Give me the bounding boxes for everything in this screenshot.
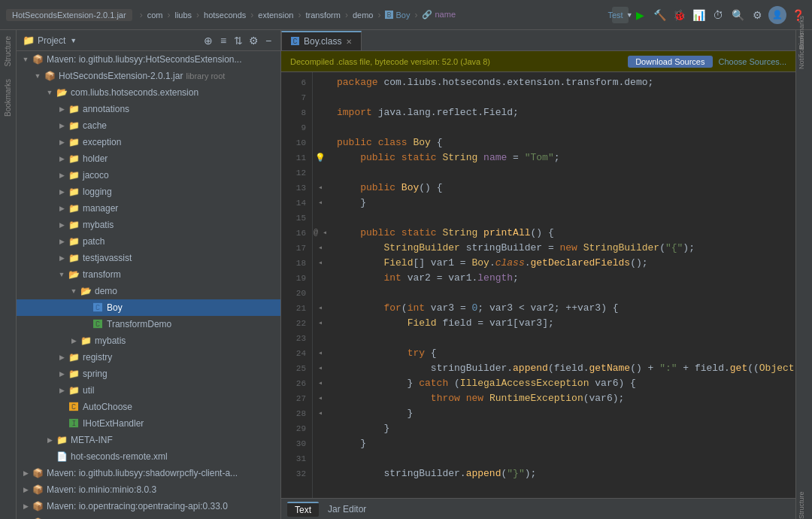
lightbulb-icon[interactable]: 💡 <box>313 150 328 165</box>
tree-item-cache[interactable]: ▶ 📁 cache <box>17 117 280 134</box>
gutter-fold-26[interactable]: ◂ <box>313 376 328 391</box>
tree-item-spring[interactable]: ▶ 📁 spring <box>17 366 280 382</box>
build-icon[interactable]: 🔨 <box>651 7 668 23</box>
tree-item-annotations[interactable]: ▶ 📁 annotations <box>17 101 280 117</box>
structure-panel-icon[interactable]: Structure <box>798 505 811 519</box>
tree-item-demo[interactable]: ▼ 📂 demo <box>17 283 280 299</box>
tree-item-metainf[interactable]: ▶ 📁 META-INF <box>17 432 280 448</box>
tree-item-jar[interactable]: ▼ 📦 HotSecondsExtension-2.0.1.jar librar… <box>17 68 280 84</box>
run-config-selector[interactable]: Test ▼ <box>612 7 629 23</box>
tree-item-opentracing-api[interactable]: ▶ 📦 Maven: io.opentracing:opentracing-ap… <box>17 498 280 514</box>
structure-panel-label[interactable]: Structure <box>4 36 12 67</box>
arrow-xml <box>44 451 56 463</box>
label-demo: demo <box>95 286 117 296</box>
search-icon[interactable]: 🔍 <box>729 7 746 23</box>
breadcrumb-hotseconds[interactable]: hotseconds <box>204 11 246 20</box>
tree-item-mybatis[interactable]: ▶ 📁 mybatis <box>17 217 280 233</box>
arrow-exception: ▶ <box>56 136 68 148</box>
gutter-fold-18[interactable]: ◂ <box>313 256 328 271</box>
download-sources-button[interactable]: Download Sources <box>628 56 712 68</box>
arrow-spring: ▶ <box>56 368 68 380</box>
choose-sources-button[interactable]: Choose Sources... <box>719 57 787 66</box>
tree-item-exception[interactable]: ▶ 📁 exception <box>17 134 280 150</box>
tree-item-opentracing-noop[interactable]: ▶ 📦 Maven: io.opentracing:opentracing-no… <box>17 514 280 519</box>
tree-item-registry[interactable]: ▶ 📁 registry <box>17 349 280 366</box>
breadcrumb-transform[interactable]: transform <box>305 11 340 20</box>
code-line-10: public class Boy { <box>337 135 786 150</box>
code-line-7 <box>337 90 786 105</box>
profile-icon[interactable]: ⏱ <box>710 7 726 23</box>
tree-item-jacoco[interactable]: ▶ 📁 jacoco <box>17 167 280 184</box>
gutter-fold-27[interactable]: ◂ <box>313 391 328 406</box>
arrow-shadowrpc: ▶ <box>20 467 32 479</box>
tree-item-xml[interactable]: 📄 hot-seconds-remote.xml <box>17 448 280 465</box>
tree-item-patch[interactable]: ▶ 📁 patch <box>17 233 280 250</box>
tree-item-manager[interactable]: ▶ 📁 manager <box>17 200 280 217</box>
sidebar-minimize-icon[interactable]: − <box>262 35 274 47</box>
arrow-jar: ▼ <box>32 70 44 82</box>
tab-boy-label: Boy.class <box>304 36 341 47</box>
tree-item-util[interactable]: ▶ 📁 util <box>17 382 280 399</box>
tab-close-icon[interactable]: ✕ <box>346 38 352 46</box>
code-line-15 <box>337 211 786 226</box>
coverage-icon[interactable]: 📊 <box>690 7 707 23</box>
gutter-fold-28[interactable]: ◂ <box>313 406 328 421</box>
bookmarks-panel-label[interactable]: Bookmarks <box>4 79 12 117</box>
label-com: com.liubs.hotseconds.extension <box>71 87 198 98</box>
tree-item-ihotexthandler[interactable]: 🅸 IHotExtHandler <box>17 415 280 432</box>
label-root: Maven: io.github.liubsyy:HotSecondsExten… <box>47 54 241 65</box>
gutter-fold-24[interactable]: ◂ <box>313 346 328 361</box>
notifications-panel-icon[interactable]: Notifications <box>798 56 811 69</box>
tree-item-transformdemo[interactable]: 🅲 TransformDemo <box>17 316 280 332</box>
tree-item-holder[interactable]: ▶ 📁 holder <box>17 150 280 167</box>
library-root-label: library root <box>186 71 225 80</box>
sidebar-layout-icon[interactable]: ≡ <box>217 35 229 47</box>
breadcrumb-name[interactable]: 🔗 name <box>422 10 456 20</box>
tree-item-minio[interactable]: ▶ 📦 Maven: io.minio:minio:8.0.3 <box>17 481 280 498</box>
icon-maven-shadowrpc: 📦 <box>32 467 44 479</box>
icon-folder-util: 📁 <box>68 384 80 396</box>
icon-folder-patch: 📁 <box>68 235 80 247</box>
breadcrumb-demo[interactable]: demo <box>353 11 374 20</box>
label-mybatis: mybatis <box>83 220 114 230</box>
arrow-util: ▶ <box>56 384 68 396</box>
gutter-fold-25[interactable]: ◂ <box>313 361 328 376</box>
avatar[interactable]: 👤 <box>768 6 786 24</box>
tree-item-shadowrpc[interactable]: ▶ 📦 Maven: io.github.liubsyy:shadowrpcfl… <box>17 465 280 481</box>
sidebar-sort-icon[interactable]: ⇅ <box>232 35 244 47</box>
run-config-label: Test <box>607 11 623 20</box>
gutter-fold-14[interactable]: ◂ <box>313 196 328 211</box>
tab-boy-class[interactable]: 🅲 Boy.class ✕ <box>281 31 362 50</box>
gutter-at-16[interactable]: @ ◂ <box>313 226 328 241</box>
sidebar-dropdown-icon[interactable]: ▼ <box>70 37 77 44</box>
run-button[interactable]: ▶ <box>632 7 648 23</box>
breadcrumb-com[interactable]: com <box>147 11 163 20</box>
tree-item-transform[interactable]: ▼ 📂 transform <box>17 266 280 283</box>
tree-item-logging[interactable]: ▶ 📁 logging <box>17 184 280 200</box>
breadcrumb-boy[interactable]: 🅱 Boy <box>385 11 410 20</box>
code-line-9 <box>337 120 786 135</box>
icon-maven-opentracing-api: 📦 <box>32 500 44 512</box>
tree-item-autochoose[interactable]: 🅲 AutoChoose <box>17 399 280 415</box>
settings-icon[interactable]: ⚙ <box>749 7 765 23</box>
sidebar-add-icon[interactable]: ⊕ <box>202 35 214 47</box>
tab-text[interactable]: Text <box>287 502 319 517</box>
gutter-fold-13[interactable]: ◂ <box>313 181 328 196</box>
tree-item-com[interactable]: ▼ 📂 com.liubs.hotseconds.extension <box>17 84 280 101</box>
icon-maven-root: 📦 <box>32 53 44 65</box>
breadcrumb-extension[interactable]: extension <box>258 11 293 20</box>
icon-folder-exception: 📁 <box>68 136 80 148</box>
gutter-fold-22[interactable]: ◂ <box>313 316 328 331</box>
sidebar-settings-icon[interactable]: ⚙ <box>247 35 259 47</box>
tab-jar-editor[interactable]: Jar Editor <box>320 502 374 516</box>
debug-icon[interactable]: 🐞 <box>671 7 687 23</box>
breadcrumb-liubs[interactable]: liubs <box>174 11 192 20</box>
tree-item-testjavassist[interactable]: ▶ 📁 testjavassist <box>17 250 280 266</box>
tree-item-root-maven[interactable]: ▼ 📦 Maven: io.github.liubsyy:HotSecondsE… <box>17 51 280 68</box>
gutter-fold-21[interactable]: ◂ <box>313 301 328 316</box>
code-line-19: int var2 = var1.length; <box>337 271 786 286</box>
code-content[interactable]: package com.liubs.hotseconds.extension.t… <box>328 72 795 498</box>
tree-item-boy[interactable]: 🅲 Boy <box>17 299 280 316</box>
gutter-fold-17[interactable]: ◂ <box>313 241 328 256</box>
tree-item-mybatis2[interactable]: ▶ 📁 mybatis <box>17 332 280 349</box>
